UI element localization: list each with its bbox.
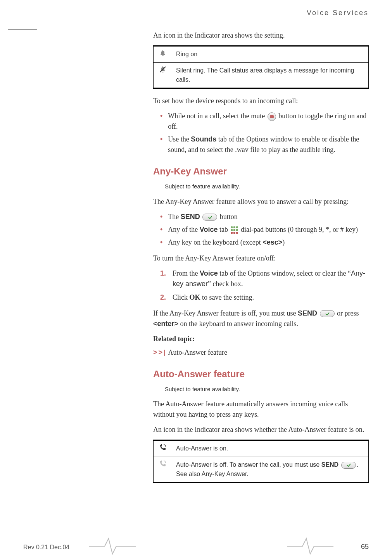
esc-key-label: <esc> <box>262 238 282 246</box>
text-fragment: Use the <box>168 135 191 143</box>
signal-squiggle-icon <box>287 537 333 556</box>
step-number: 2. <box>160 292 167 303</box>
send-label: SEND <box>298 309 317 317</box>
table-row: Auto-Answer is on. <box>154 440 369 457</box>
ring-indicator-table: Ring on Silent ring. The Call status are… <box>153 45 369 89</box>
autoanswer-p2: An icon in the Indicator area shows whet… <box>153 424 369 435</box>
send-button-icon <box>341 462 356 469</box>
table-row: Ring on <box>154 46 369 63</box>
footer-page-number: 65 <box>361 542 369 552</box>
anykey-toggle-intro: To turn the Any-Key Answer feature on/of… <box>153 253 369 264</box>
list-item: • Any of the Voice tab dial-pad buttons … <box>160 224 369 235</box>
bullet-text: Any of the Voice tab dial-pad buttons (0… <box>168 224 369 235</box>
table-row: Silent ring. The Call status area displa… <box>154 63 369 88</box>
step-text: From the Voice tab of the Options window… <box>173 268 369 289</box>
text-fragment: ) <box>282 238 285 246</box>
bullet-text: Use the Sounds tab of the Options window… <box>168 134 369 155</box>
page-footer: Rev 0.21 Dec.04 65 <box>0 536 392 559</box>
link-arrow-icon: >>| <box>153 349 167 356</box>
bullet-text: The SEND button <box>168 212 369 222</box>
text-fragment: Any of the <box>168 226 199 233</box>
list-item: 1. From the Voice tab of the Options win… <box>160 268 369 289</box>
footer-revision: Rev 0.21 Dec.04 <box>23 543 69 552</box>
anykey-off-note: If the Any-Key Answer feature is off, yo… <box>153 308 369 329</box>
autoanswer-note: Subject to feature availability. <box>165 385 369 394</box>
bell-icon <box>154 46 172 63</box>
header-section-title: Voice Services <box>307 8 369 18</box>
table-row: Auto-Answer is off. To answer the call, … <box>154 457 369 483</box>
send-label: SEND <box>181 213 200 221</box>
autoanswer-p1: The Auto-Answer feature automatically an… <box>153 399 369 420</box>
sounds-tab-label: Sounds <box>191 135 216 143</box>
bullet-text: While not in a call, select the mute but… <box>168 111 369 132</box>
text-fragment: to save the setting. <box>200 293 254 301</box>
related-topic-link[interactable]: >>| Auto-Answer feature <box>153 347 369 358</box>
intro-text: An icon in the Indicator area shows the … <box>153 30 369 41</box>
text-fragment: Any key on the keyboard (except <box>168 238 262 246</box>
bullet-icon: • <box>160 134 162 155</box>
list-item: • While not in a call, select the mute b… <box>160 111 369 132</box>
send-button-icon <box>202 214 217 221</box>
text-fragment: Click <box>173 293 190 301</box>
aa-off-icon <box>154 457 172 483</box>
text-fragment: button <box>220 213 238 221</box>
anykey-bullets: • The SEND button • Any of the Voice tab… <box>160 212 369 248</box>
text-fragment: While not in a call, select the mute <box>168 112 266 120</box>
autoanswer-table: Auto-Answer is on. Auto-Answer is off. T… <box>153 440 369 483</box>
bullet-icon: • <box>160 224 162 235</box>
aa-on-text: Auto-Answer is on. <box>172 440 369 457</box>
voice-tab-label: Voice <box>200 269 218 277</box>
text-fragment: If the Any-Key Answer feature is off, yo… <box>153 309 298 317</box>
text-fragment: The <box>168 213 180 221</box>
text-fragment: dial-pad buttons (0 through 9, *, or # k… <box>241 226 358 233</box>
aa-off-text: Auto-Answer is off. To answer the call, … <box>172 457 369 483</box>
text-fragment: From the <box>173 269 200 277</box>
autoanswer-heading: Auto-Answer feature <box>153 367 369 381</box>
signal-squiggle-icon <box>89 537 136 556</box>
text-fragment: ” check box. <box>208 280 243 288</box>
bell-off-icon <box>154 63 172 88</box>
anykey-heading: Any-Key Answer <box>153 164 369 178</box>
list-item: • Any key on the keyboard (except <esc>) <box>160 237 369 248</box>
page-tab-mark <box>8 29 37 30</box>
related-link-text: Auto-Answer feature <box>167 349 227 356</box>
ring-on-text: Ring on <box>172 46 369 63</box>
bullet-icon: • <box>160 212 162 222</box>
text-fragment: tab <box>218 226 230 233</box>
anykey-intro: The Any-Key Answer feature allows you to… <box>153 197 369 207</box>
bullet-icon: • <box>160 237 162 248</box>
send-button-icon <box>320 310 335 317</box>
dialpad-icon <box>230 226 238 234</box>
ok-button-label: OK <box>190 293 200 301</box>
text-fragment: on the keyboard to answer incoming calls… <box>178 320 298 328</box>
aa-on-icon <box>154 440 172 457</box>
bullet-text: Any key on the keyboard (except <esc>) <box>168 237 369 248</box>
text-fragment: or press <box>337 309 359 317</box>
voice-tab-label: Voice <box>200 226 218 233</box>
text-fragment: tab of the Options window, select or cle… <box>218 269 351 277</box>
list-item: • The SEND button <box>160 212 369 222</box>
related-topic-label: Related topic: <box>153 334 369 344</box>
step-text: Click OK to save the setting. <box>173 292 369 303</box>
text-fragment: Auto-Answer is off. To answer the call, … <box>176 461 321 468</box>
send-label: SEND <box>321 461 338 468</box>
anykey-steps: 1. From the Voice tab of the Options win… <box>160 268 369 303</box>
mute-button-icon <box>268 112 276 121</box>
list-item: 2. Click OK to save the setting. <box>160 292 369 303</box>
step-number: 1. <box>160 268 167 289</box>
enter-key-label: <enter> <box>153 320 178 328</box>
howset-bullets: • While not in a call, select the mute b… <box>160 111 369 155</box>
silent-ring-text: Silent ring. The Call status area displa… <box>172 63 369 88</box>
howset-intro: To set how the device responds to an inc… <box>153 96 369 106</box>
list-item: • Use the Sounds tab of the Options wind… <box>160 134 369 155</box>
page-content: An icon in the Indicator area shows the … <box>153 30 369 528</box>
bullet-icon: • <box>160 111 162 132</box>
footer-line <box>23 536 369 536</box>
anykey-note: Subject to feature availability. <box>165 182 369 191</box>
